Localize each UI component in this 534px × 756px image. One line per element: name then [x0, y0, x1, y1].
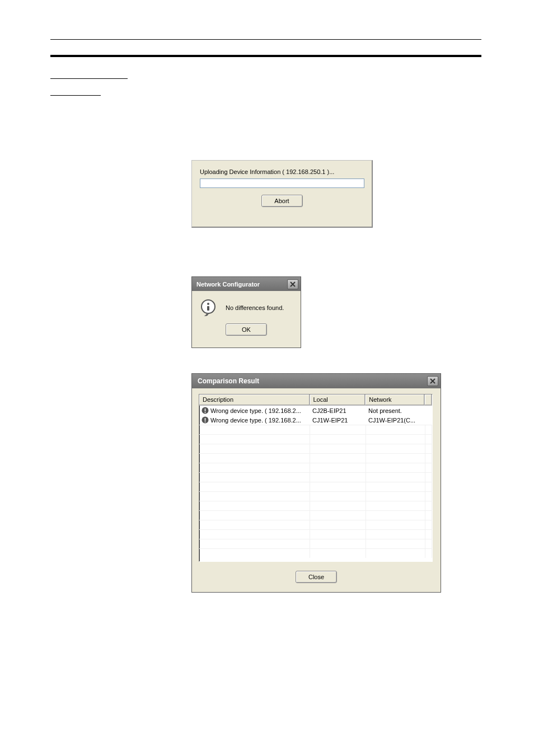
upload-progress-dialog: Uploading Device Information ( 192.168.2…: [191, 160, 373, 228]
svg-rect-4: [205, 408, 206, 411]
cell-description: Wrong device type. ( 192.168.2...: [199, 416, 310, 424]
ok-button[interactable]: OK: [226, 323, 267, 336]
close-button[interactable]: [427, 376, 438, 386]
svg-rect-7: [205, 418, 206, 421]
table-row: [199, 482, 432, 491]
table-row: [199, 434, 432, 444]
column-header-network[interactable]: Network: [366, 395, 425, 405]
svg-point-5: [205, 412, 206, 413]
close-button[interactable]: [287, 279, 298, 289]
warning-icon: [202, 416, 209, 424]
column-header-spacer: [425, 395, 432, 405]
close-icon: [430, 378, 435, 384]
close-icon: [290, 281, 296, 287]
message-box-dialog: Network Configurator No differences foun…: [191, 276, 301, 348]
progress-bar: [200, 179, 364, 188]
message-text: No differences found.: [226, 304, 284, 311]
close-button[interactable]: Close: [296, 571, 337, 583]
column-header-local[interactable]: Local: [310, 395, 366, 405]
table-row: [199, 529, 432, 539]
upload-status-text: Uploading Device Information ( 192.168.2…: [200, 168, 364, 175]
dialog-title: Comparison Result: [198, 377, 259, 385]
warning-icon: [202, 407, 209, 414]
table-row[interactable]: Wrong device type. ( 192.168.2...CJ2B-EI…: [199, 406, 432, 415]
cell-network: CJ1W-EIP21(C...: [366, 417, 425, 424]
svg-point-1: [207, 303, 209, 305]
cell-description: Wrong device type. ( 192.168.2...: [199, 407, 310, 414]
table-row: [199, 510, 432, 520]
abort-button[interactable]: Abort: [261, 195, 303, 207]
titlebar: Comparison Result: [192, 374, 441, 388]
table-row: [199, 539, 432, 548]
list-header: Description Local Network: [199, 395, 432, 406]
table-row: [199, 520, 432, 529]
cell-network: Not present.: [366, 407, 425, 414]
horizontal-rule-thick: [50, 55, 481, 57]
horizontal-rule: [50, 95, 101, 96]
table-row: [199, 463, 432, 472]
svg-point-8: [205, 421, 206, 422]
comparison-result-dialog: Comparison Result Description Local Netw…: [191, 373, 441, 593]
horizontal-rule: [50, 39, 481, 40]
table-row: [199, 548, 432, 558]
cell-local: CJ1W-EIP21: [310, 417, 366, 424]
info-icon: [200, 299, 218, 317]
table-row: [199, 491, 432, 501]
table-row: [199, 501, 432, 510]
table-row: [199, 444, 432, 453]
table-row: [199, 425, 432, 434]
table-row: [199, 453, 432, 463]
horizontal-rule: [50, 78, 128, 79]
cell-local: CJ2B-EIP21: [310, 407, 366, 414]
svg-rect-2: [207, 306, 209, 311]
comparison-listview[interactable]: Description Local Network Wrong device t…: [199, 394, 433, 562]
titlebar: Network Configurator: [192, 277, 301, 291]
dialog-title: Network Configurator: [196, 281, 260, 288]
column-header-description[interactable]: Description: [199, 395, 310, 405]
table-row: [199, 472, 432, 482]
table-row[interactable]: Wrong device type. ( 192.168.2...CJ1W-EI…: [199, 415, 432, 425]
